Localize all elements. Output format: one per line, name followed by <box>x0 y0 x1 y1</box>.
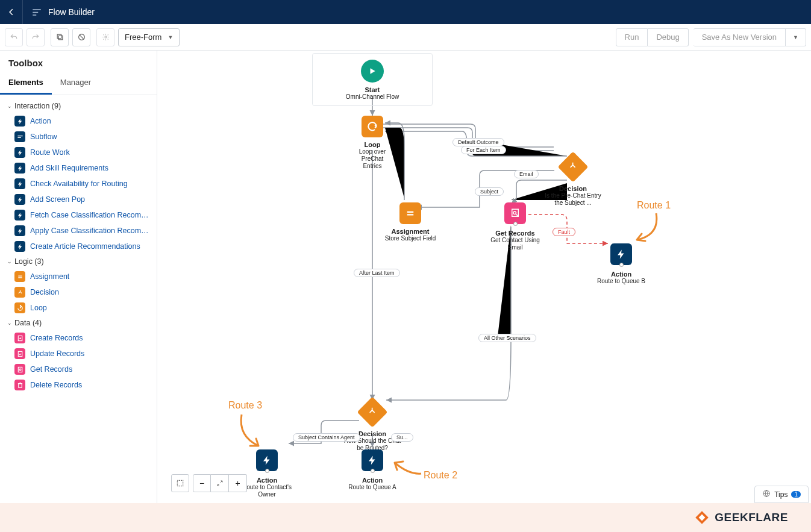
svg-rect-0 <box>58 36 63 40</box>
item-check-availability[interactable]: Check Availability for Routing <box>2 176 154 192</box>
node-decision-subject[interactable]: Decision Is the Pre-Chat Entry the Subje… <box>543 156 603 207</box>
fit-button[interactable] <box>171 474 189 492</box>
layout-select[interactable]: Free-Form ▼ <box>118 28 180 46</box>
category-logic[interactable]: ⌄Logic (3) <box>2 254 154 269</box>
item-route-work[interactable]: Route Work <box>2 145 154 160</box>
svg-rect-6 <box>18 367 22 372</box>
node-decision-route[interactable]: Decision How Should the Chat be Routed? <box>342 401 402 452</box>
label-subject: Subject <box>475 187 504 196</box>
annotation-route-3: Route 3 <box>228 400 262 411</box>
assignment-icon <box>14 271 25 282</box>
element-tree: ⌄Interaction (9) Action Subflow Route Wo… <box>0 95 157 514</box>
flow-canvas[interactable]: Start Omni-Channel Flow Loop Loop over P… <box>157 51 811 532</box>
item-assignment[interactable]: Assignment <box>2 269 154 284</box>
item-get-records[interactable]: Get Records <box>2 361 154 377</box>
label-after-last: After Last Item <box>354 269 400 277</box>
loop-icon <box>362 116 383 137</box>
arrow-route-2 <box>391 457 425 478</box>
category-interaction[interactable]: ⌄Interaction (9) <box>2 99 154 113</box>
svg-rect-8 <box>18 383 22 387</box>
label-fault: Fault <box>553 228 575 236</box>
tips-panel[interactable]: Tips 1 <box>754 486 809 503</box>
assignment-icon <box>399 202 421 224</box>
bolt-icon <box>14 163 25 174</box>
run-button[interactable]: Run <box>616 28 648 46</box>
bolt-icon <box>14 178 25 189</box>
node-get-records[interactable]: Get Records Get Contact Using Email <box>485 202 545 251</box>
item-screen-pop[interactable]: Add Screen Pop <box>2 192 154 207</box>
sidebar-tabs: Elements Manager <box>0 73 157 95</box>
tips-count: 1 <box>791 491 801 498</box>
geekflare-icon <box>694 510 710 525</box>
tab-elements[interactable]: Elements <box>0 73 52 95</box>
bolt-icon <box>14 147 25 158</box>
item-subflow[interactable]: Subflow <box>2 129 154 145</box>
expand-button[interactable] <box>211 474 229 492</box>
label-for-each: For Each Item <box>461 146 506 154</box>
bolt-icon <box>14 116 25 127</box>
loop-icon <box>14 302 25 313</box>
item-delete-records[interactable]: Delete Records <box>2 377 154 393</box>
zoom-in-button[interactable]: + <box>229 474 247 492</box>
item-action[interactable]: Action <box>2 113 154 129</box>
bolt-icon <box>256 449 278 471</box>
redo-button[interactable] <box>27 28 45 46</box>
settings-button[interactable] <box>96 28 114 46</box>
label-default-outcome: Default Outcome <box>452 138 504 146</box>
delete-records-icon <box>14 380 25 390</box>
chevron-down-icon: ▼ <box>168 34 173 40</box>
footer: GEEKFLARE <box>0 503 811 532</box>
node-assignment[interactable]: Assignment Store Subject Field <box>380 202 440 242</box>
get-records-icon <box>14 364 25 375</box>
arrow-route-3 <box>237 412 265 451</box>
decision-icon <box>14 287 25 298</box>
back-button[interactable] <box>0 0 23 24</box>
bolt-icon <box>362 449 383 471</box>
svg-rect-5 <box>18 351 22 356</box>
label-contains-agent: Subject Contains Agent <box>293 433 360 442</box>
update-records-icon <box>14 348 25 359</box>
item-create-article[interactable]: Create Article Recommendations <box>2 239 154 254</box>
block-button[interactable] <box>72 28 90 46</box>
save-as-button[interactable]: Save As New Version <box>694 28 786 46</box>
save-dropdown[interactable]: ▼ <box>786 28 806 46</box>
item-create-records[interactable]: Create Records <box>2 330 154 346</box>
tab-manager[interactable]: Manager <box>52 73 99 95</box>
brand-logo: GEEKFLARE <box>694 510 788 525</box>
app-title: Flow Builder <box>48 7 95 17</box>
svg-point-3 <box>104 36 106 38</box>
item-loop[interactable]: Loop <box>2 300 154 316</box>
zoom-out-button[interactable]: − <box>193 474 211 492</box>
create-records-icon <box>14 333 25 343</box>
category-data[interactable]: ⌄Data (4) <box>2 316 154 330</box>
sidebar-title: Toolbox <box>0 51 157 73</box>
undo-button[interactable] <box>5 28 23 46</box>
item-add-skill[interactable]: Add Skill Requirements <box>2 160 154 176</box>
annotation-route-2: Route 2 <box>424 470 457 481</box>
svg-rect-1 <box>57 34 61 39</box>
node-start[interactable]: Start Omni-Channel Flow <box>312 53 433 106</box>
debug-button[interactable]: Debug <box>648 28 688 46</box>
bolt-icon <box>14 225 25 236</box>
label-email: Email <box>514 170 539 178</box>
item-apply-case[interactable]: Apply Case Classification Recommendat... <box>2 223 154 239</box>
copy-button[interactable] <box>51 28 69 46</box>
globe-icon <box>762 489 771 499</box>
item-update-records[interactable]: Update Records <box>2 346 154 361</box>
app-header: Flow Builder <box>0 0 811 24</box>
flow-icon <box>31 6 42 19</box>
tips-label: Tips <box>774 490 788 499</box>
svg-rect-11 <box>177 480 183 486</box>
bolt-icon <box>610 243 632 265</box>
decision-icon <box>357 397 388 428</box>
node-loop[interactable]: Loop Loop over PreChat Entries <box>351 116 393 170</box>
item-decision[interactable]: Decision <box>2 284 154 300</box>
item-fetch-case[interactable]: Fetch Case Classification Recommendat... <box>2 207 154 223</box>
toolbox-sidebar: Toolbox Elements Manager ⌄Interaction (9… <box>0 51 157 532</box>
decision-icon <box>558 152 589 183</box>
label-all-other: All Other Scenarios <box>478 334 536 342</box>
get-records-icon <box>504 202 526 224</box>
subflow-icon <box>14 131 25 142</box>
node-route-b[interactable]: Action Route to Queue B <box>591 243 651 285</box>
svg-point-10 <box>513 211 516 214</box>
